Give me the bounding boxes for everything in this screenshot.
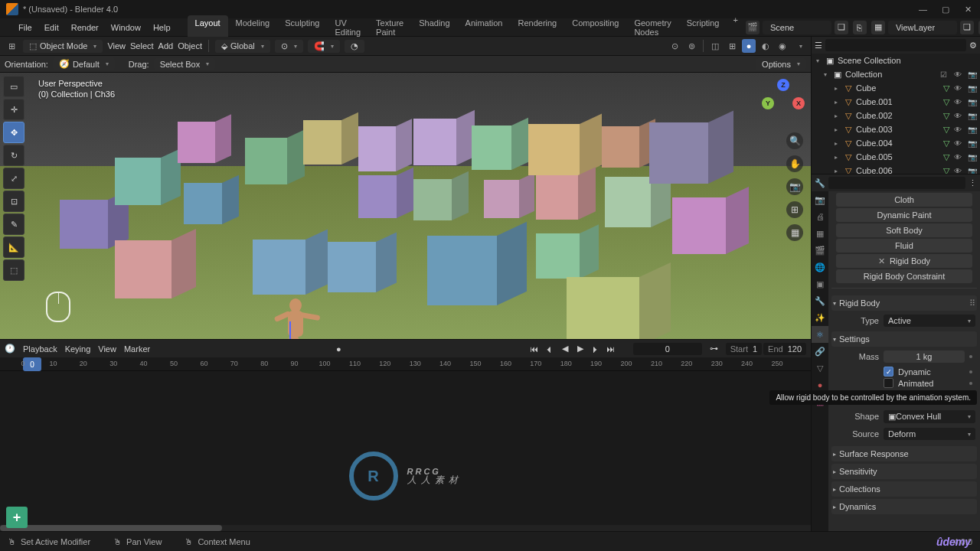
viewlayer-new-icon[interactable]: ❏ bbox=[960, 21, 974, 34]
outliner-scene-collection[interactable]: ▾▣Scene Collection bbox=[812, 54, 980, 67]
minimize-icon[interactable]: — bbox=[919, 5, 928, 14]
menu-object[interactable]: Object bbox=[178, 41, 202, 51]
outliner-object-row[interactable]: ▸▽Cube▽👁📷 bbox=[812, 81, 980, 95]
tab-physics[interactable]: ⚛ bbox=[812, 326, 828, 343]
dynamics-section[interactable]: ▸Dynamics bbox=[831, 499, 977, 514]
tab-output[interactable]: 🖨 bbox=[812, 208, 828, 225]
nav-gizmo[interactable]: Z Y X bbox=[762, 79, 805, 122]
tab-layout[interactable]: Layout bbox=[188, 15, 228, 40]
keyframe-dot-icon[interactable] bbox=[969, 382, 972, 385]
tab-world[interactable]: 🌐 bbox=[812, 259, 828, 276]
scene-name-field[interactable]: Scene bbox=[763, 21, 831, 34]
source-dropdown[interactable]: Deform bbox=[884, 428, 975, 440]
tool-scale[interactable]: ⤢ bbox=[3, 168, 24, 189]
camera-view-icon[interactable]: 📷 bbox=[786, 178, 803, 195]
start-frame-input[interactable]: Start1 bbox=[726, 343, 762, 355]
physics-rigid-body-button[interactable]: Rigid Body bbox=[836, 254, 972, 268]
gizmo-visibility-icon[interactable]: ⊙ bbox=[668, 39, 681, 53]
tab-render[interactable]: 📷 bbox=[812, 191, 828, 208]
shading-material-icon[interactable]: ◐ bbox=[759, 39, 773, 53]
toggle-icon[interactable]: ▦ bbox=[786, 224, 803, 241]
tab-object[interactable]: ▣ bbox=[812, 276, 828, 292]
collections-section[interactable]: ▸Collections bbox=[831, 481, 977, 497]
scene-new-icon[interactable]: ❏ bbox=[835, 21, 848, 34]
outliner-object-row[interactable]: ▸▽Cube.004▽👁📷 bbox=[812, 136, 980, 150]
type-dropdown[interactable]: Active bbox=[884, 315, 975, 327]
menu-help[interactable]: Help bbox=[147, 23, 177, 32]
tool-cursor[interactable]: ✛ bbox=[3, 99, 24, 120]
outliner-object-row[interactable]: ▸▽Cube.001▽👁📷 bbox=[812, 95, 980, 109]
add-workspace-button[interactable]: + bbox=[727, 15, 743, 40]
jump-start-icon[interactable]: ⏮ bbox=[528, 342, 541, 356]
timeline-ruler[interactable]: 0 01020304050607080901001101201301401501… bbox=[0, 357, 811, 371]
keying-menu[interactable]: Keying bbox=[65, 344, 91, 354]
pivot-dropdown[interactable]: ⊙ bbox=[275, 40, 303, 53]
persp-ortho-icon[interactable]: ⊞ bbox=[786, 201, 803, 218]
tab-sculpting[interactable]: Sculpting bbox=[277, 15, 327, 40]
editor-type-icon[interactable]: ⊞ bbox=[5, 39, 18, 53]
outliner-search[interactable] bbox=[825, 39, 966, 51]
tool-move[interactable]: ✥ bbox=[3, 122, 24, 143]
shading-options-dropdown[interactable] bbox=[792, 39, 806, 53]
tab-scripting[interactable]: Scripting bbox=[679, 15, 727, 40]
tab-scene[interactable]: 🎬 bbox=[812, 242, 828, 259]
tab-compositing[interactable]: Compositing bbox=[564, 15, 626, 40]
surface-response-section[interactable]: ▸Surface Response bbox=[831, 446, 977, 461]
rigidbody-section-header[interactable]: ▾Rigid Body⠿ bbox=[831, 295, 977, 311]
orientation-dropdown[interactable]: ⬙Global bbox=[215, 40, 270, 53]
tab-modeling[interactable]: Modeling bbox=[228, 15, 278, 40]
keyframe-next-icon[interactable]: ⏵ bbox=[589, 342, 603, 356]
shape-dropdown[interactable]: ▣ Convex Hull bbox=[884, 410, 975, 423]
drag-select[interactable]: Select Box bbox=[154, 58, 216, 70]
keyframe-dot-icon[interactable] bbox=[969, 370, 972, 373]
shading-wireframe-icon[interactable]: ⊞ bbox=[725, 39, 739, 53]
outliner-object-row[interactable]: ▸▽Cube.002▽👁📷 bbox=[812, 109, 980, 122]
tab-geometry-nodes[interactable]: Geometry Nodes bbox=[626, 15, 678, 40]
menu-select[interactable]: Select bbox=[130, 41, 154, 51]
animated-checkbox[interactable]: Animated bbox=[884, 378, 975, 388]
close-icon[interactable]: ✕ bbox=[965, 5, 974, 14]
tab-shading[interactable]: Shading bbox=[411, 15, 457, 40]
play-icon[interactable]: ▶ bbox=[573, 342, 587, 356]
outliner-object-row[interactable]: ▸▽Cube.006▽👁📷 bbox=[812, 164, 980, 174]
menu-edit[interactable]: Edit bbox=[38, 23, 65, 32]
settings-section-header[interactable]: ▾Settings bbox=[831, 331, 977, 347]
end-frame-input[interactable]: End120 bbox=[763, 343, 806, 355]
mass-input[interactable]: 1 kg bbox=[884, 350, 965, 363]
xray-icon[interactable]: ◫ bbox=[708, 39, 722, 53]
physics-soft-body-button[interactable]: Soft Body bbox=[836, 223, 972, 237]
options-icon[interactable]: ⋮ bbox=[969, 178, 977, 188]
pan-icon[interactable]: ✋ bbox=[786, 155, 803, 172]
outliner-collection[interactable]: ▾▣Collection☑👁📷 bbox=[812, 67, 980, 81]
playhead[interactable]: 0 bbox=[23, 357, 41, 371]
keyframe-dot-icon[interactable] bbox=[969, 355, 972, 358]
gizmo-y-icon[interactable]: Y bbox=[762, 97, 774, 109]
playback-menu[interactable]: Playback bbox=[23, 344, 57, 354]
tab-data[interactable]: ▽ bbox=[812, 360, 828, 377]
menu-window[interactable]: Window bbox=[105, 23, 147, 32]
3d-viewport[interactable]: ▭ ✛ ✥ ↻ ⤢ ⊡ ✎ 📐 ⬚ User Perspective (0) C… bbox=[0, 73, 811, 339]
current-frame-input[interactable]: 0 bbox=[633, 343, 702, 355]
tool-rotate[interactable]: ↻ bbox=[3, 145, 24, 166]
tab-animation[interactable]: Animation bbox=[458, 15, 511, 40]
dynamic-checkbox[interactable]: Dynamic bbox=[884, 367, 975, 377]
snap-dropdown[interactable]: 🧲 bbox=[308, 40, 340, 53]
maximize-icon[interactable]: ▢ bbox=[942, 5, 951, 14]
sensitivity-section[interactable]: ▸Sensitivity bbox=[831, 464, 977, 479]
viewlayer-name-field[interactable]: ViewLayer bbox=[888, 21, 957, 34]
tool-select[interactable]: ▭ bbox=[3, 76, 24, 97]
editor-type-icon[interactable]: 🕐 bbox=[5, 344, 15, 354]
editor-type-icon[interactable]: 🔧 bbox=[815, 178, 825, 188]
play-reverse-icon[interactable]: ◀ bbox=[558, 342, 572, 356]
tool-add-mesh[interactable]: ⬚ bbox=[3, 259, 24, 281]
scene-pin-icon[interactable]: ⎘ bbox=[853, 21, 867, 34]
physics-rigid-body-constraint-button[interactable]: Rigid Body Constraint bbox=[836, 269, 972, 283]
jump-end-icon[interactable]: ⏭ bbox=[604, 342, 618, 356]
zoom-icon[interactable]: 🔍 bbox=[786, 132, 803, 149]
view-menu[interactable]: View bbox=[98, 344, 116, 354]
tab-modifiers[interactable]: 🔧 bbox=[812, 292, 828, 309]
tab-viewlayer[interactable]: ▦ bbox=[812, 225, 828, 242]
scene-browse-icon[interactable]: 🎬 bbox=[746, 21, 760, 34]
move-gizmo-z-icon[interactable] bbox=[289, 321, 291, 339]
autokey-icon[interactable]: ● bbox=[336, 344, 341, 354]
